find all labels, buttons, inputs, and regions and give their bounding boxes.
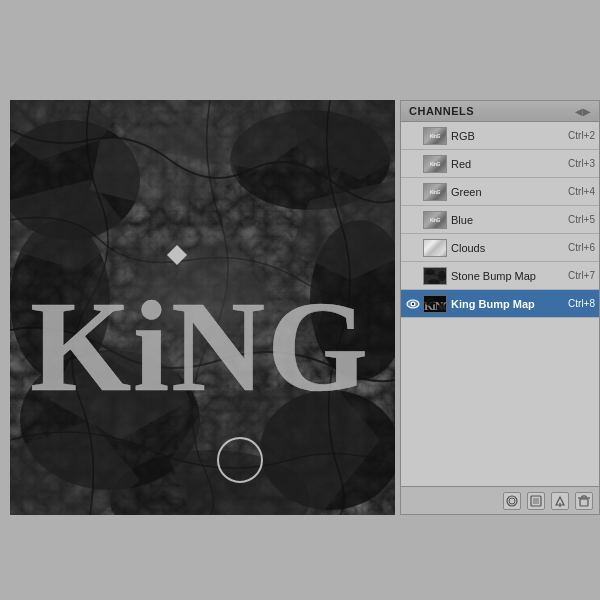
svg-point-32 bbox=[412, 302, 414, 304]
channel-name-king-bump-map: King Bump Map bbox=[451, 298, 564, 310]
channel-thumbnail-clouds bbox=[423, 239, 447, 257]
channel-shortcut-clouds: Ctrl+6 bbox=[568, 242, 595, 253]
canvas-area: KiNG KiNG bbox=[10, 100, 395, 515]
channel-shortcut-green: Ctrl+4 bbox=[568, 186, 595, 197]
channels-panel: CHANNELS ◀▶ KinG RGB Ctrl+2 KinG Red Ctr… bbox=[400, 100, 600, 515]
channel-shortcut-blue: Ctrl+5 bbox=[568, 214, 595, 225]
channel-shortcut-red: Ctrl+3 bbox=[568, 158, 595, 169]
channel-name-blue: Blue bbox=[451, 214, 564, 226]
thumb-label-blue: KinG bbox=[424, 212, 446, 228]
channel-thumbnail-rgb: KinG bbox=[423, 127, 447, 145]
thumb-label-red: KinG bbox=[424, 156, 446, 172]
svg-rect-25 bbox=[10, 100, 395, 515]
workspace: KiNG KiNG ◀▶ CHANNELS ◀▶ KinG RGB Ctrl bbox=[0, 0, 600, 600]
load-channel-as-selection-icon[interactable] bbox=[551, 492, 569, 510]
channel-row-stone-bump-map[interactable]: Stone Bump Map Ctrl+7 bbox=[401, 262, 599, 290]
eye-icon-stone-bump-map[interactable] bbox=[405, 268, 421, 284]
channel-row-green[interactable]: KinG Green Ctrl+4 bbox=[401, 178, 599, 206]
canvas-image: KiNG KiNG bbox=[10, 100, 395, 515]
channel-row-king-bump-map[interactable]: KiNG King Bump Map Ctrl+8 bbox=[401, 290, 599, 318]
save-selection-as-channel-icon[interactable] bbox=[527, 492, 545, 510]
eye-icon-clouds[interactable] bbox=[405, 240, 421, 256]
channel-name-rgb: RGB bbox=[451, 130, 564, 142]
channel-thumbnail-king-bump-map: KiNG bbox=[423, 295, 447, 313]
eye-icon-blue[interactable] bbox=[405, 212, 421, 228]
channel-thumbnail-red: KinG bbox=[423, 155, 447, 173]
svg-point-38 bbox=[509, 498, 515, 504]
thumb-label-rgb: KinG bbox=[424, 128, 446, 144]
channel-thumbnail-blue: KinG bbox=[423, 211, 447, 229]
eye-icon-rgb[interactable] bbox=[405, 128, 421, 144]
svg-point-35 bbox=[425, 298, 435, 306]
channel-thumbnail-green: KinG bbox=[423, 183, 447, 201]
svg-point-36 bbox=[437, 304, 447, 312]
panel-drag-handle[interactable]: ◀▶ bbox=[575, 106, 591, 117]
svg-rect-42 bbox=[580, 499, 588, 506]
svg-rect-40 bbox=[533, 498, 539, 504]
channel-name-green: Green bbox=[451, 186, 564, 198]
channels-panel-title: CHANNELS bbox=[409, 105, 474, 117]
eye-icon-red[interactable] bbox=[405, 156, 421, 172]
channel-name-clouds: Clouds bbox=[451, 242, 564, 254]
channel-thumbnail-stone-bump-map bbox=[423, 267, 447, 285]
channel-row-rgb[interactable]: KinG RGB Ctrl+2 bbox=[401, 122, 599, 150]
channel-shortcut-king-bump-map: Ctrl+8 bbox=[568, 298, 595, 309]
channel-shortcut-rgb: Ctrl+2 bbox=[568, 130, 595, 141]
thumb-label-green: KinG bbox=[424, 184, 446, 200]
channel-row-red[interactable]: KinG Red Ctrl+3 bbox=[401, 150, 599, 178]
svg-point-29 bbox=[428, 279, 440, 285]
new-channel-from-selection-icon[interactable] bbox=[503, 492, 521, 510]
eye-icon-green[interactable] bbox=[405, 184, 421, 200]
delete-channel-icon[interactable] bbox=[575, 492, 593, 510]
channels-panel-header: CHANNELS ◀▶ bbox=[401, 101, 599, 122]
channel-row-clouds[interactable]: Clouds Ctrl+6 bbox=[401, 234, 599, 262]
channels-panel-footer bbox=[401, 486, 599, 514]
eye-icon-king-bump-map[interactable] bbox=[405, 296, 421, 312]
channel-shortcut-stone-bump-map: Ctrl+7 bbox=[568, 270, 595, 281]
channel-name-red: Red bbox=[451, 158, 564, 170]
channel-row-blue[interactable]: KinG Blue Ctrl+5 bbox=[401, 206, 599, 234]
channel-name-stone-bump-map: Stone Bump Map bbox=[451, 270, 564, 282]
